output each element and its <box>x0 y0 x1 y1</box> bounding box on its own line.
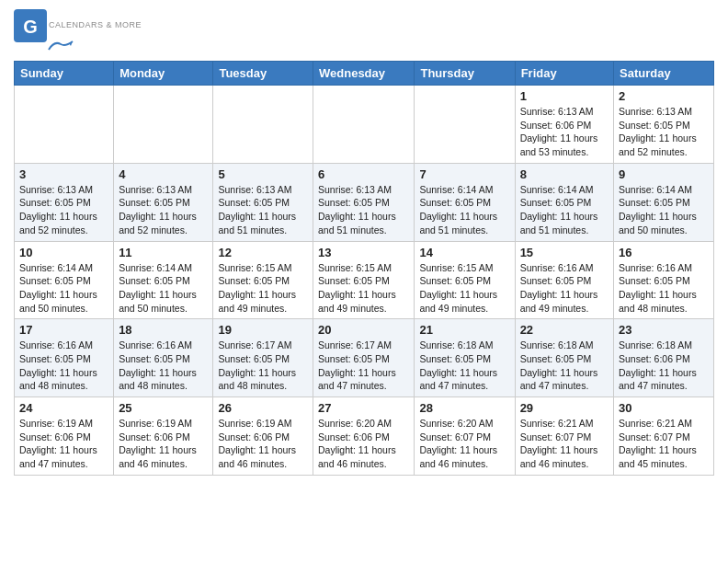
day-info: Sunrise: 6:17 AM Sunset: 6:05 PM Dayligh… <box>318 339 409 393</box>
day-number: 4 <box>119 167 208 181</box>
day-number: 21 <box>419 323 509 337</box>
day-number: 23 <box>619 323 709 337</box>
calendar-cell <box>213 86 313 164</box>
calendar-week-row: 10Sunrise: 6:14 AM Sunset: 6:05 PM Dayli… <box>15 241 714 319</box>
day-number: 28 <box>419 401 509 415</box>
day-number: 5 <box>218 167 308 181</box>
day-info: Sunrise: 6:13 AM Sunset: 6:05 PM Dayligh… <box>119 183 208 237</box>
day-info: Sunrise: 6:14 AM Sunset: 6:05 PM Dayligh… <box>419 183 509 237</box>
day-number: 3 <box>19 167 108 181</box>
calendar-cell: 6Sunrise: 6:13 AM Sunset: 6:05 PM Daylig… <box>313 163 415 241</box>
day-info: Sunrise: 6:16 AM Sunset: 6:05 PM Dayligh… <box>19 339 108 393</box>
day-info: Sunrise: 6:19 AM Sunset: 6:06 PM Dayligh… <box>19 417 108 471</box>
calendar-cell: 7Sunrise: 6:14 AM Sunset: 6:05 PM Daylig… <box>415 163 515 241</box>
calendar-cell: 20Sunrise: 6:17 AM Sunset: 6:05 PM Dayli… <box>313 319 415 397</box>
calendar-cell: 5Sunrise: 6:13 AM Sunset: 6:05 PM Daylig… <box>213 163 313 241</box>
day-info: Sunrise: 6:14 AM Sunset: 6:05 PM Dayligh… <box>619 183 709 237</box>
calendar-table: SundayMondayTuesdayWednesdayThursdayFrid… <box>14 61 714 476</box>
calendar-cell: 27Sunrise: 6:20 AM Sunset: 6:06 PM Dayli… <box>313 397 415 476</box>
calendar-week-row: 17Sunrise: 6:16 AM Sunset: 6:05 PM Dayli… <box>15 319 714 397</box>
day-info: Sunrise: 6:18 AM Sunset: 6:06 PM Dayligh… <box>619 339 709 393</box>
day-number: 6 <box>318 167 409 181</box>
day-number: 14 <box>419 246 509 259</box>
day-number: 11 <box>119 246 208 259</box>
calendar-cell: 4Sunrise: 6:13 AM Sunset: 6:05 PM Daylig… <box>114 163 213 241</box>
day-info: Sunrise: 6:14 AM Sunset: 6:05 PM Dayligh… <box>119 261 208 316</box>
day-info: Sunrise: 6:20 AM Sunset: 6:06 PM Dayligh… <box>318 417 409 471</box>
day-number: 20 <box>318 323 409 337</box>
day-info: Sunrise: 6:16 AM Sunset: 6:05 PM Dayligh… <box>619 261 709 316</box>
day-info: Sunrise: 6:18 AM Sunset: 6:05 PM Dayligh… <box>520 339 609 393</box>
calendar-cell: 21Sunrise: 6:18 AM Sunset: 6:05 PM Dayli… <box>415 319 515 397</box>
logo: G CALENDARS & MORE <box>14 9 142 53</box>
day-number: 10 <box>19 246 108 259</box>
calendar-day-header: Monday <box>114 62 213 86</box>
calendar-day-header: Tuesday <box>213 62 313 86</box>
calendar-cell: 19Sunrise: 6:17 AM Sunset: 6:05 PM Dayli… <box>213 319 313 397</box>
day-info: Sunrise: 6:14 AM Sunset: 6:05 PM Dayligh… <box>19 261 108 316</box>
day-number: 26 <box>218 401 308 415</box>
svg-text:G: G <box>23 17 38 37</box>
day-info: Sunrise: 6:20 AM Sunset: 6:07 PM Dayligh… <box>419 417 509 471</box>
day-info: Sunrise: 6:15 AM Sunset: 6:05 PM Dayligh… <box>218 261 308 316</box>
calendar-cell: 26Sunrise: 6:19 AM Sunset: 6:06 PM Dayli… <box>213 397 313 476</box>
day-info: Sunrise: 6:19 AM Sunset: 6:06 PM Dayligh… <box>119 417 208 471</box>
day-number: 9 <box>619 167 709 181</box>
calendar-cell <box>15 86 114 164</box>
day-info: Sunrise: 6:13 AM Sunset: 6:05 PM Dayligh… <box>318 183 409 237</box>
day-number: 8 <box>520 167 609 181</box>
logo-tagline: CALENDARS & MORE <box>49 20 142 29</box>
calendar-cell: 8Sunrise: 6:14 AM Sunset: 6:05 PM Daylig… <box>515 163 613 241</box>
day-info: Sunrise: 6:18 AM Sunset: 6:05 PM Dayligh… <box>419 339 509 393</box>
day-info: Sunrise: 6:19 AM Sunset: 6:06 PM Dayligh… <box>218 417 308 471</box>
calendar-cell: 15Sunrise: 6:16 AM Sunset: 6:05 PM Dayli… <box>515 241 613 319</box>
day-number: 19 <box>218 323 308 337</box>
calendar-day-header: Sunday <box>15 62 114 86</box>
day-number: 7 <box>419 167 509 181</box>
calendar-cell: 14Sunrise: 6:15 AM Sunset: 6:05 PM Dayli… <box>415 241 515 319</box>
calendar-week-row: 1Sunrise: 6:13 AM Sunset: 6:06 PM Daylig… <box>15 86 714 164</box>
calendar-week-row: 24Sunrise: 6:19 AM Sunset: 6:06 PM Dayli… <box>15 397 714 476</box>
calendar-cell: 29Sunrise: 6:21 AM Sunset: 6:07 PM Dayli… <box>515 397 613 476</box>
day-number: 27 <box>318 401 409 415</box>
calendar-cell <box>114 86 213 164</box>
day-number: 2 <box>619 89 709 103</box>
day-info: Sunrise: 6:21 AM Sunset: 6:07 PM Dayligh… <box>520 417 609 471</box>
calendar-cell: 16Sunrise: 6:16 AM Sunset: 6:05 PM Dayli… <box>614 241 714 319</box>
bird-icon <box>47 39 74 53</box>
logo-icon: G <box>14 9 47 42</box>
day-info: Sunrise: 6:16 AM Sunset: 6:05 PM Dayligh… <box>520 261 609 316</box>
calendar-cell: 17Sunrise: 6:16 AM Sunset: 6:05 PM Dayli… <box>15 319 114 397</box>
day-number: 1 <box>520 89 609 103</box>
calendar-week-row: 3Sunrise: 6:13 AM Sunset: 6:05 PM Daylig… <box>15 163 714 241</box>
calendar-cell: 28Sunrise: 6:20 AM Sunset: 6:07 PM Dayli… <box>415 397 515 476</box>
day-number: 24 <box>19 401 108 415</box>
calendar-cell: 12Sunrise: 6:15 AM Sunset: 6:05 PM Dayli… <box>213 241 313 319</box>
calendar-cell: 23Sunrise: 6:18 AM Sunset: 6:06 PM Dayli… <box>614 319 714 397</box>
calendar-cell: 3Sunrise: 6:13 AM Sunset: 6:05 PM Daylig… <box>15 163 114 241</box>
day-info: Sunrise: 6:21 AM Sunset: 6:07 PM Dayligh… <box>619 417 709 471</box>
day-info: Sunrise: 6:14 AM Sunset: 6:05 PM Dayligh… <box>520 183 609 237</box>
calendar-cell: 9Sunrise: 6:14 AM Sunset: 6:05 PM Daylig… <box>614 163 714 241</box>
calendar-cell: 11Sunrise: 6:14 AM Sunset: 6:05 PM Dayli… <box>114 241 213 319</box>
calendar-day-header: Thursday <box>415 62 515 86</box>
day-info: Sunrise: 6:13 AM Sunset: 6:06 PM Dayligh… <box>520 105 609 159</box>
day-number: 29 <box>520 401 609 415</box>
day-info: Sunrise: 6:13 AM Sunset: 6:05 PM Dayligh… <box>619 105 709 159</box>
day-number: 16 <box>619 246 709 259</box>
day-number: 12 <box>218 246 308 259</box>
calendar-cell <box>415 86 515 164</box>
day-number: 25 <box>119 401 208 415</box>
day-number: 15 <box>520 246 609 259</box>
day-info: Sunrise: 6:13 AM Sunset: 6:05 PM Dayligh… <box>218 183 308 237</box>
day-info: Sunrise: 6:15 AM Sunset: 6:05 PM Dayligh… <box>318 261 409 316</box>
calendar-day-header: Wednesday <box>313 62 415 86</box>
day-number: 22 <box>520 323 609 337</box>
calendar-cell: 30Sunrise: 6:21 AM Sunset: 6:07 PM Dayli… <box>614 397 714 476</box>
day-number: 17 <box>19 323 108 337</box>
calendar-day-header: Friday <box>515 62 613 86</box>
page: G CALENDARS & MORE <box>0 0 728 489</box>
calendar-cell: 1Sunrise: 6:13 AM Sunset: 6:06 PM Daylig… <box>515 86 613 164</box>
calendar-header-row: SundayMondayTuesdayWednesdayThursdayFrid… <box>15 62 714 86</box>
calendar-cell: 10Sunrise: 6:14 AM Sunset: 6:05 PM Dayli… <box>15 241 114 319</box>
